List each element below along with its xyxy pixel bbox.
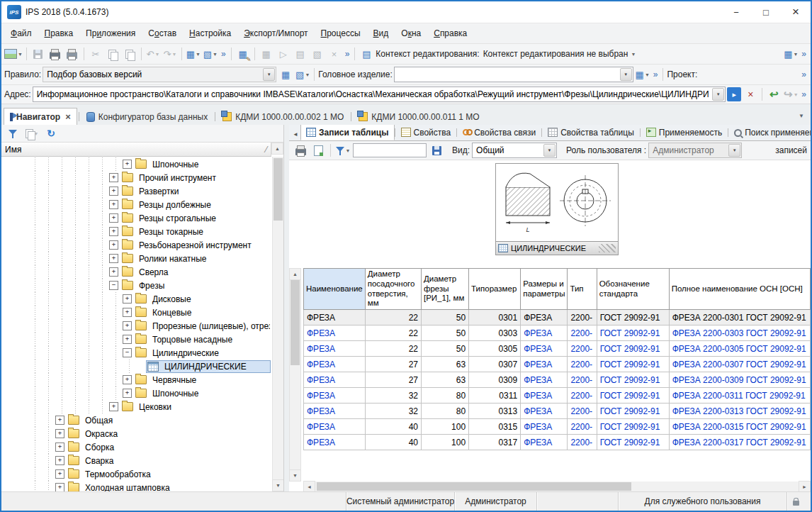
tree-item[interactable]: +Цековки xyxy=(1,400,272,413)
scroll-up-button[interactable]: ▲ xyxy=(289,268,301,280)
expand-icon[interactable]: + xyxy=(55,483,64,491)
tree-item[interactable]: +Сборка xyxy=(1,440,272,454)
tree-item[interactable]: +Резцы строгальные xyxy=(1,211,272,225)
tree-item[interactable]: +Червячные xyxy=(1,373,272,386)
tree-item[interactable]: +Сварка xyxy=(1,454,272,467)
record-preview[interactable]: L ЦИЛИНДРИЧЕСКИЕ xyxy=(495,163,619,255)
records-tab-4[interactable]: Свойства таблицы xyxy=(542,125,640,140)
column-header[interactable]: Тип xyxy=(568,269,597,310)
tree-item[interactable]: +Холодная штамповка xyxy=(1,481,272,491)
back-button[interactable]: ↩ xyxy=(766,87,782,102)
toolbar-overflow-icon[interactable]: » xyxy=(800,89,808,99)
scroll-down-button[interactable]: ▼ xyxy=(272,479,283,491)
print-table-button[interactable] xyxy=(293,143,308,158)
tree-item[interactable]: +Термообработка xyxy=(1,467,272,481)
collapse-icon[interactable]: − xyxy=(109,281,118,290)
records-tab-1[interactable]: Записи таблицы xyxy=(300,125,395,140)
expand-icon[interactable]: + xyxy=(123,308,132,317)
head-product-combobox[interactable]: ▼ xyxy=(394,67,633,82)
forward-button[interactable]: ↪▼ xyxy=(783,87,799,102)
add-link-button[interactable]: ▧▼ xyxy=(203,46,218,62)
expand-icon[interactable]: + xyxy=(109,173,118,182)
tree-item[interactable]: +Сверла xyxy=(1,265,272,279)
scroll-right-button[interactable]: ► xyxy=(799,481,811,491)
scroll-down-button[interactable]: ▼ xyxy=(289,469,301,482)
context-combobox[interactable]: Контекст редактирования не выбран▼ xyxy=(481,49,638,59)
scroll-left-button[interactable]: ◄ xyxy=(303,481,315,491)
name-column-header[interactable]: Имя ⁄ xyxy=(1,143,271,157)
menu-item-3[interactable]: Приложения xyxy=(79,23,142,43)
table-row[interactable]: ФРЕЗА22500305ФРЕЗА2200-ГОСТ 29092-91ФРЕЗ… xyxy=(304,341,811,357)
tree-item[interactable]: +Торцовые насадные xyxy=(1,333,272,346)
expand-icon[interactable]: + xyxy=(123,294,132,304)
records-tab-6[interactable]: Поиск применяемости xyxy=(728,125,811,140)
toolbar-overflow-icon[interactable]: » xyxy=(220,49,227,59)
create-object-button[interactable]: ▦▼ xyxy=(186,46,201,62)
expand-icon[interactable]: + xyxy=(109,187,118,196)
scrollbar-thumb[interactable] xyxy=(317,482,631,491)
copy-button[interactable] xyxy=(105,46,120,62)
tab-list-button[interactable]: ▼ xyxy=(794,113,808,119)
column-header[interactable]: Полное наименование ОСН [ОСН] xyxy=(669,269,810,310)
head-product-tree-button[interactable]: ▦▼ xyxy=(635,67,650,82)
tree-item[interactable]: +Резьбонарезной инструмент xyxy=(1,238,272,252)
tree-item[interactable]: −Цилиндрические xyxy=(1,346,272,360)
menu-item-8[interactable]: Вид xyxy=(367,23,395,43)
undo-button[interactable]: ↶▼ xyxy=(145,46,161,62)
tree-filter-button[interactable] xyxy=(5,126,21,141)
table-row[interactable]: ФРЕЗА401000315ФРЕЗА2200-ГОСТ 29092-91ФРЕ… xyxy=(304,419,811,435)
menu-item-5[interactable]: Настройка xyxy=(183,23,237,43)
collapse-icon[interactable]: − xyxy=(123,348,132,357)
menu-item-4[interactable]: Состав xyxy=(142,23,183,43)
scroll-up-button[interactable]: ▲ xyxy=(271,143,283,155)
menu-item-9[interactable]: Окна xyxy=(395,23,427,43)
redo-button[interactable]: ↷▼ xyxy=(162,46,178,62)
expand-icon[interactable]: + xyxy=(109,402,118,411)
cut-button[interactable]: ✂ xyxy=(88,46,103,62)
tree-item[interactable]: +Общая xyxy=(1,413,272,427)
records-tab-3[interactable]: Свойства связи xyxy=(457,125,541,140)
expand-icon[interactable]: + xyxy=(123,389,132,398)
expand-icon[interactable]: + xyxy=(123,375,132,384)
delete-button[interactable]: × xyxy=(327,46,342,62)
process-route-button[interactable]: ▧ xyxy=(310,46,325,62)
panel-splitter[interactable] xyxy=(284,125,289,491)
rule-combobox[interactable]: Подбор базовых версий▼ xyxy=(43,67,276,82)
tree-item[interactable]: +Резцы долбежные xyxy=(1,198,272,211)
filter-records-button[interactable]: ▼ xyxy=(335,143,351,158)
expand-icon[interactable]: + xyxy=(55,456,64,465)
expand-icon[interactable]: + xyxy=(109,213,118,223)
view-grid-button[interactable]: ▦ xyxy=(259,46,274,62)
filter-input[interactable] xyxy=(353,143,427,157)
tree-item[interactable]: +Шпоночные xyxy=(1,386,272,400)
tab-scroll-left-button[interactable]: ◄ xyxy=(291,128,300,140)
tree-item[interactable]: +Прочий инструмент xyxy=(1,171,272,184)
tree-item[interactable]: +Окраска xyxy=(1,427,272,440)
clear-address-button[interactable]: × xyxy=(743,87,758,102)
expand-icon[interactable]: + xyxy=(123,160,132,169)
start-process-button[interactable]: ▷ xyxy=(276,46,291,62)
panel-tab-2[interactable]: Конфигуратор базы данных xyxy=(81,108,213,125)
address-combobox[interactable]: Информационное пространство\Каталоги и с… xyxy=(33,87,726,102)
save-button[interactable] xyxy=(30,46,46,62)
menu-item-6[interactable]: Экспорт/Импорт xyxy=(237,23,314,43)
toolbar-overflow-icon[interactable]: » xyxy=(344,49,351,59)
tree-item[interactable]: +Шпоночные xyxy=(1,157,272,171)
tree-item[interactable]: +Прорезные (шлицевые), отрезные xyxy=(1,319,272,333)
scrollbar-thumb[interactable] xyxy=(291,280,300,365)
print-button[interactable] xyxy=(47,46,63,62)
records-tab-5[interactable]: Применяемость xyxy=(641,125,728,140)
scrollbar-thumb[interactable] xyxy=(274,158,283,221)
records-tab-2[interactable]: Свойства xyxy=(395,125,457,140)
toolbar-overflow-icon[interactable]: » xyxy=(800,69,808,79)
expand-icon[interactable]: + xyxy=(55,429,64,438)
menu-item-7[interactable]: Процессы xyxy=(315,23,367,43)
maximize-button[interactable]: □ xyxy=(751,1,781,23)
close-button[interactable]: × xyxy=(781,1,811,23)
expand-icon[interactable]: + xyxy=(123,335,132,344)
column-header[interactable]: Диаметр посадочного отверстия, мм xyxy=(365,269,421,310)
export-button[interactable] xyxy=(310,143,326,158)
expand-icon[interactable]: + xyxy=(109,200,118,209)
tree-item[interactable]: +Развертки xyxy=(1,184,272,198)
expand-icon[interactable]: + xyxy=(109,227,118,236)
